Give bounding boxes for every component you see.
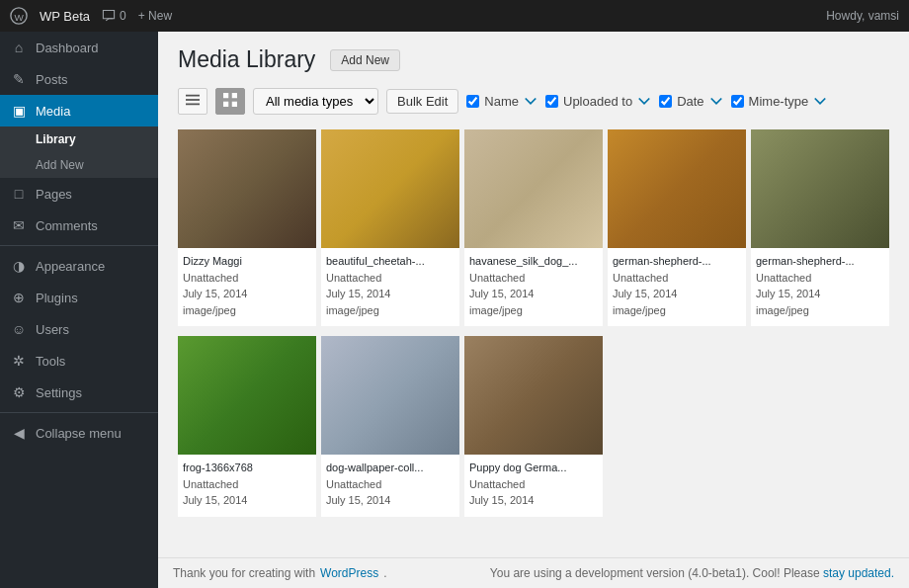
- media-icon: ▣: [10, 103, 28, 119]
- media-thumbnail: [321, 336, 459, 455]
- media-name: Dizzy Maggi: [183, 253, 311, 270]
- media-info: frog-1366x768 Unattached July 15, 2014: [178, 455, 316, 517]
- site-name[interactable]: WP Beta: [40, 9, 90, 24]
- media-type: image/jpeg: [183, 302, 311, 319]
- sidebar-item-label: Comments: [36, 218, 98, 233]
- dashboard-icon: ⌂: [10, 40, 28, 55]
- sidebar-item-posts[interactable]: ✎ Posts: [0, 63, 158, 95]
- media-item[interactable]: frog-1366x768 Unattached July 15, 2014: [178, 336, 316, 517]
- media-item[interactable]: german-shepherd-... Unattached July 15, …: [608, 129, 746, 326]
- sidebar-item-settings[interactable]: ⚙ Settings: [0, 377, 158, 408]
- sidebar-item-label: Users: [36, 322, 69, 337]
- add-new-button[interactable]: Add New: [330, 49, 400, 71]
- filter-uploaded-label: Uploaded to: [563, 94, 632, 109]
- submenu-add-new[interactable]: Add New: [0, 152, 158, 178]
- media-item[interactable]: Dizzy Maggi Unattached July 15, 2014 ima…: [178, 129, 316, 326]
- media-name: beautiful_cheetah-...: [326, 253, 454, 270]
- sidebar-item-dashboard[interactable]: ⌂ Dashboard: [0, 32, 158, 63]
- media-name: german-shepherd-...: [756, 253, 884, 270]
- settings-icon: ⚙: [10, 384, 28, 400]
- sidebar-item-label: Dashboard: [36, 41, 99, 55]
- wp-logo-icon[interactable]: W: [10, 7, 28, 25]
- filter-name: Name: [466, 94, 537, 109]
- media-status: Unattached: [326, 270, 454, 287]
- svg-text:W: W: [15, 12, 25, 23]
- comments-icon[interactable]: 0: [102, 9, 126, 23]
- list-view-button[interactable]: [178, 88, 207, 115]
- media-submenu: Library Add New: [0, 126, 158, 178]
- svg-rect-2: [186, 95, 200, 97]
- sidebar-item-plugins[interactable]: ⊕ Plugins: [0, 282, 158, 313]
- sidebar-item-label: Pages: [36, 187, 72, 202]
- media-info: german-shepherd-... Unattached July 15, …: [751, 248, 889, 326]
- footer-wp-link[interactable]: WordPress: [320, 566, 378, 580]
- media-item[interactable]: dog-wallpaper-coll... Unattached July 15…: [321, 336, 459, 517]
- grid-view-button[interactable]: [215, 88, 245, 115]
- page-header: Media Library Add New: [178, 46, 889, 73]
- sidebar-item-pages[interactable]: □ Pages: [0, 178, 158, 210]
- media-item[interactable]: Puppy dog Germa... Unattached July 15, 2…: [464, 336, 603, 517]
- sidebar-collapse-label: Collapse menu: [36, 426, 122, 441]
- media-status: Unattached: [469, 270, 598, 287]
- sidebar-item-label: Tools: [36, 354, 65, 369]
- sidebar-item-label: Settings: [36, 385, 82, 400]
- media-status: Unattached: [183, 476, 311, 493]
- svg-rect-8: [232, 102, 237, 107]
- svg-rect-5: [223, 93, 228, 98]
- footer-stay-updated-link[interactable]: stay updated.: [823, 566, 894, 580]
- media-item[interactable]: german-shepherd-... Unattached July 15, …: [751, 129, 889, 326]
- bulk-edit-button[interactable]: Bulk Edit: [386, 89, 458, 114]
- media-thumbnail: [464, 336, 603, 455]
- media-info: beautiful_cheetah-... Unattached July 15…: [321, 248, 459, 326]
- filter-uploaded-checkbox[interactable]: [545, 95, 558, 108]
- media-name: havanese_silk_dog_...: [469, 253, 598, 270]
- pages-icon: □: [10, 186, 28, 202]
- filter-uploaded-to: Uploaded to: [545, 94, 651, 109]
- media-name: Puppy dog Germa...: [469, 460, 598, 476]
- filter-name-checkbox[interactable]: [466, 95, 479, 108]
- media-type-filter[interactable]: All media types Images Audio Video Docum…: [253, 88, 378, 115]
- filter-date-checkbox[interactable]: [659, 95, 672, 108]
- sidebar-collapse[interactable]: ◀ Collapse menu: [0, 417, 158, 449]
- sidebar-item-comments[interactable]: ✉ Comments: [0, 210, 158, 241]
- svg-rect-4: [186, 104, 200, 106]
- media-item[interactable]: beautiful_cheetah-... Unattached July 15…: [321, 129, 459, 326]
- media-date: July 15, 2014: [183, 492, 311, 509]
- comments-nav-icon: ✉: [10, 217, 28, 233]
- tools-icon: ✲: [10, 353, 28, 369]
- media-type: image/jpeg: [613, 302, 741, 319]
- media-status: Unattached: [469, 476, 598, 493]
- sidebar-item-users[interactable]: ☺ Users: [0, 313, 158, 345]
- sidebar-item-media[interactable]: ▣ Media: [0, 95, 158, 126]
- filter-mime-checkbox[interactable]: [731, 95, 744, 108]
- media-date: July 15, 2014: [469, 492, 598, 509]
- media-thumbnail: [608, 129, 746, 248]
- media-date: July 15, 2014: [469, 286, 598, 302]
- sidebar-divider2: [0, 412, 158, 413]
- media-thumbnail: [464, 129, 603, 248]
- sidebar-item-label: Appearance: [36, 259, 105, 274]
- admin-topbar: W WP Beta 0 + New Howdy, vamsi: [0, 0, 909, 32]
- submenu-library[interactable]: Library: [0, 126, 158, 152]
- svg-rect-3: [186, 99, 200, 101]
- sidebar-item-tools[interactable]: ✲ Tools: [0, 345, 158, 377]
- media-info: german-shepherd-... Unattached July 15, …: [608, 248, 746, 326]
- new-link[interactable]: + New: [138, 9, 172, 23]
- sidebar-item-appearance[interactable]: ◑ Appearance: [0, 250, 158, 282]
- media-item[interactable]: havanese_silk_dog_... Unattached July 15…: [464, 129, 603, 326]
- media-type: image/jpeg: [469, 302, 598, 319]
- media-info: havanese_silk_dog_... Unattached July 15…: [464, 248, 603, 326]
- footer-dev-msg: You are using a development version (4.0…: [490, 566, 894, 580]
- media-thumbnail: [178, 336, 316, 455]
- media-grid-row2: frog-1366x768 Unattached July 15, 2014 d…: [178, 336, 889, 517]
- howdy-text: Howdy, vamsi: [826, 9, 899, 23]
- plugins-icon: ⊕: [10, 290, 28, 305]
- media-name: frog-1366x768: [183, 460, 311, 476]
- filter-name-label: Name: [484, 94, 519, 109]
- media-thumbnail: [751, 129, 889, 248]
- posts-icon: ✎: [10, 71, 28, 87]
- media-date: July 15, 2014: [326, 286, 454, 302]
- collapse-icon: ◀: [10, 425, 28, 441]
- filter-date: Date: [659, 94, 722, 109]
- sidebar: ⌂ Dashboard ✎ Posts ▣ Media Library Add …: [0, 32, 158, 588]
